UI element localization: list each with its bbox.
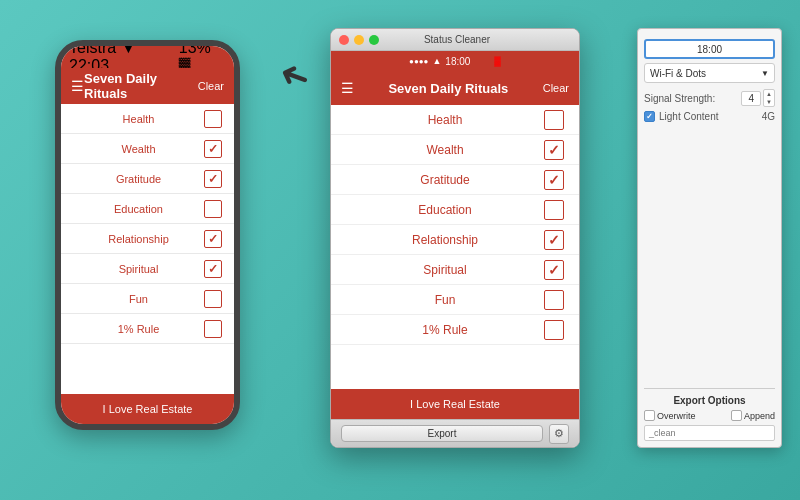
mac-window: Status Cleaner ●●●● ▲ 18:00 ▓ ☰ Seven Da… bbox=[330, 28, 580, 448]
list-item[interactable]: 1% Rule bbox=[61, 314, 234, 344]
item-label: Gratitude bbox=[73, 173, 204, 185]
checkbox[interactable] bbox=[544, 290, 564, 310]
checkmark-icon: ✓ bbox=[548, 173, 560, 187]
list-item[interactable]: Education bbox=[61, 194, 234, 224]
clean-field[interactable]: _clean bbox=[644, 425, 775, 441]
iphone-header: ☰ Seven Daily Rituals Clear bbox=[61, 68, 234, 104]
mac-app-content: ●●●● ▲ 18:00 ▓ ☰ Seven Daily Rituals Cle… bbox=[331, 51, 579, 419]
time-field[interactable]: 18:00 bbox=[644, 39, 775, 59]
iphone-app-title: Seven Daily Rituals bbox=[84, 71, 198, 101]
checkmark-icon: ✓ bbox=[208, 262, 218, 276]
mac-clear-button[interactable]: Clear bbox=[543, 82, 569, 94]
list-item[interactable]: Spiritual ✓ bbox=[331, 255, 579, 285]
checkbox[interactable] bbox=[204, 110, 222, 128]
mac-titlebar: Status Cleaner bbox=[331, 29, 579, 51]
list-item[interactable]: Relationship ✓ bbox=[61, 224, 234, 254]
export-options-row: Overwrite Append bbox=[644, 410, 775, 421]
gear-icon[interactable]: ⚙ bbox=[549, 424, 569, 444]
item-label: Spiritual bbox=[73, 263, 204, 275]
signal-strength-row: Signal Strength: 4 ▲ ▼ bbox=[644, 89, 775, 107]
increment-arrow[interactable]: ▲ bbox=[764, 90, 774, 98]
checkmark-icon: ✓ bbox=[548, 143, 560, 157]
checkbox[interactable]: ✓ bbox=[204, 260, 222, 278]
mac-footer-text: I Love Real Estate bbox=[410, 398, 500, 410]
item-label: Gratitude bbox=[346, 173, 544, 187]
chevron-down-icon: ▼ bbox=[761, 69, 769, 78]
list-item[interactable]: Wealth ✓ bbox=[331, 135, 579, 165]
checkbox[interactable]: ✓ bbox=[544, 230, 564, 250]
checkbox[interactable] bbox=[544, 200, 564, 220]
mac-app-status-bar: ●●●● ▲ 18:00 ▓ bbox=[331, 51, 579, 71]
item-label: 1% Rule bbox=[346, 323, 544, 337]
checkbox[interactable] bbox=[544, 110, 564, 130]
export-title: Export Options bbox=[644, 395, 775, 406]
mac-window-title: Status Cleaner bbox=[343, 34, 571, 45]
decrement-arrow[interactable]: ▼ bbox=[764, 98, 774, 106]
append-option[interactable]: Append bbox=[731, 410, 775, 421]
iphone-clear-button[interactable]: Clear bbox=[198, 80, 224, 92]
item-label: Relationship bbox=[346, 233, 544, 247]
overwrite-checkbox[interactable] bbox=[644, 410, 655, 421]
wifi-dropdown-label: Wi-Fi & Dots bbox=[650, 68, 706, 79]
light-content-label: Light Content bbox=[659, 111, 719, 122]
checkbox[interactable]: ✓ bbox=[204, 170, 222, 188]
item-label: Fun bbox=[346, 293, 544, 307]
mac-app-header: ☰ Seven Daily Rituals Clear bbox=[331, 71, 579, 105]
append-label: Append bbox=[744, 411, 775, 421]
checkbox[interactable] bbox=[544, 320, 564, 340]
checkmark-icon: ✓ bbox=[208, 232, 218, 246]
item-label: Wealth bbox=[346, 143, 544, 157]
light-content-checkbox[interactable]: ✓ bbox=[644, 111, 655, 122]
checkmark-icon: ✓ bbox=[548, 263, 560, 277]
wifi-dropdown[interactable]: Wi-Fi & Dots ▼ bbox=[644, 63, 775, 83]
mac-export-button[interactable]: Export bbox=[341, 425, 543, 442]
list-item[interactable]: Gratitude ✓ bbox=[61, 164, 234, 194]
light-content-row: ✓ Light Content 4G bbox=[644, 111, 775, 122]
checkbox[interactable] bbox=[204, 320, 222, 338]
iphone-footer-text: I Love Real Estate bbox=[103, 403, 193, 415]
time-display: 18:00 bbox=[445, 56, 470, 67]
checkbox[interactable]: ✓ bbox=[544, 140, 564, 160]
append-checkbox[interactable] bbox=[731, 410, 742, 421]
iphone-footer: I Love Real Estate bbox=[61, 394, 234, 424]
signal-label: Signal Strength: bbox=[644, 93, 715, 104]
item-label: Education bbox=[73, 203, 204, 215]
mac-hamburger-icon[interactable]: ☰ bbox=[341, 80, 354, 96]
stepper-arrows[interactable]: ▲ ▼ bbox=[763, 89, 775, 107]
checkbox[interactable]: ✓ bbox=[544, 260, 564, 280]
checkbox[interactable]: ✓ bbox=[544, 170, 564, 190]
signal-stepper[interactable]: 4 ▲ ▼ bbox=[741, 89, 775, 107]
hamburger-icon[interactable]: ☰ bbox=[71, 78, 84, 94]
list-item[interactable]: Fun bbox=[331, 285, 579, 315]
list-item[interactable]: Fun bbox=[61, 284, 234, 314]
spacer bbox=[644, 126, 775, 388]
item-label: Health bbox=[73, 113, 204, 125]
mac-status-icons: ●●●● ▲ 18:00 ▓ bbox=[409, 56, 501, 67]
overwrite-option[interactable]: Overwrite bbox=[644, 410, 696, 421]
checkbox[interactable] bbox=[204, 200, 222, 218]
checkmark-icon: ✓ bbox=[208, 142, 218, 156]
list-item[interactable]: Relationship ✓ bbox=[331, 225, 579, 255]
iphone-status-bar: Telstra ▼ 22:03 13% ▓ bbox=[61, 46, 234, 68]
light-content-value: 4G bbox=[762, 111, 775, 122]
mac-bottom-bar: Export ⚙ bbox=[331, 419, 579, 447]
item-label: Relationship bbox=[73, 233, 204, 245]
list-item[interactable]: Gratitude ✓ bbox=[331, 165, 579, 195]
export-section: Export Options Overwrite Append _clean bbox=[644, 388, 775, 441]
list-item[interactable]: Wealth ✓ bbox=[61, 134, 234, 164]
mac-app-footer: I Love Real Estate bbox=[331, 389, 579, 419]
item-label: Fun bbox=[73, 293, 204, 305]
list-item[interactable]: 1% Rule bbox=[331, 315, 579, 345]
list-item[interactable]: Spiritual ✓ bbox=[61, 254, 234, 284]
list-item[interactable]: Health bbox=[61, 104, 234, 134]
checkbox[interactable]: ✓ bbox=[204, 230, 222, 248]
item-label: Education bbox=[346, 203, 544, 217]
checkbox[interactable] bbox=[204, 290, 222, 308]
iphone-body: Health Wealth ✓ Gratitude ✓ Education Re… bbox=[61, 104, 234, 394]
signal-icon: ●●●● bbox=[409, 57, 428, 66]
list-item[interactable]: Health bbox=[331, 105, 579, 135]
item-label: Spiritual bbox=[346, 263, 544, 277]
checkbox[interactable]: ✓ bbox=[204, 140, 222, 158]
list-item[interactable]: Education bbox=[331, 195, 579, 225]
overwrite-label: Overwrite bbox=[657, 411, 696, 421]
